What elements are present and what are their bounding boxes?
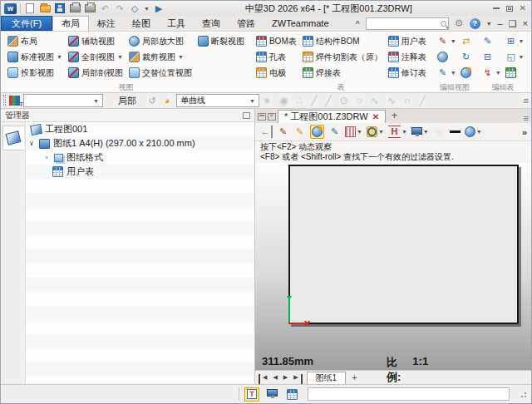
settings-gear-icon[interactable]: ⚙: [455, 18, 464, 28]
tab-list-icon[interactable]: ≡: [524, 113, 529, 123]
file-menu-button[interactable]: 文件(F): [1, 16, 52, 31]
auxiliary-view-button[interactable]: 辅助视图: [66, 33, 126, 49]
minimize-icon[interactable]: [493, 7, 500, 9]
projection-view-button[interactable]: 投影视图: [5, 65, 65, 81]
sheet-tab-1[interactable]: 图纸1: [307, 372, 347, 384]
table-format-button[interactable]: [504, 65, 526, 81]
qat-dropdown-icon[interactable]: ▼: [144, 6, 150, 12]
align-view-button[interactable]: ⇄: [459, 33, 474, 49]
collapse-chevron-icon[interactable]: ∨: [27, 140, 36, 147]
tab-close-icon[interactable]: ✕: [372, 112, 379, 121]
snap-segment-icon[interactable]: ╱: [325, 95, 331, 106]
collapse-ribbon-icon[interactable]: ^: [356, 19, 360, 27]
tab-drawing[interactable]: 绘图: [124, 16, 159, 31]
view-projection-globe-button[interactable]: [459, 65, 474, 81]
close-icon[interactable]: ✕: [520, 4, 526, 12]
snap-arc-icon[interactable]: ∩: [404, 95, 411, 106]
regen-local-icon[interactable]: ↺: [146, 95, 158, 106]
standard-view-button[interactable]: 标准视图▼: [5, 49, 65, 65]
tab-routing[interactable]: 管路: [229, 16, 264, 31]
insert-cell-button[interactable]: ⊟: [480, 49, 503, 65]
dropdown-icon[interactable]: ▼: [57, 54, 62, 60]
undo-button[interactable]: ↶: [99, 3, 111, 14]
prev-sheet-icon[interactable]: ◀: [270, 374, 279, 384]
dropdown-icon[interactable]: ▼: [178, 54, 184, 60]
command-search[interactable]: [366, 17, 449, 30]
mdi-restore-icon[interactable]: ❑: [509, 18, 517, 29]
dropdown-icon[interactable]: ▼: [401, 129, 407, 135]
hole-table-button[interactable]: 孔表: [254, 49, 299, 65]
next-sheet-icon[interactable]: ▶: [281, 374, 290, 384]
hatch-button[interactable]: H▼: [388, 126, 407, 138]
dropdown-icon[interactable]: ▼: [117, 54, 123, 60]
weld-table-button[interactable]: 焊接表: [300, 65, 385, 81]
shaded-view-button[interactable]: ▼: [465, 126, 482, 137]
panel-toggle[interactable]: [284, 387, 299, 402]
selection-filter-combo[interactable]: ▼: [23, 94, 103, 107]
command-search-input[interactable]: [368, 19, 441, 28]
mdi-close-icon[interactable]: ×: [523, 18, 528, 28]
filter-icon[interactable]: [9, 96, 20, 106]
line-width-icon[interactable]: [450, 131, 461, 133]
broken-view-button[interactable]: 断裂视图: [195, 33, 247, 49]
mdi-minimize-icon[interactable]: –: [498, 18, 503, 28]
new-file-button[interactable]: [24, 3, 36, 14]
tab-inquire[interactable]: 查询: [194, 16, 229, 31]
edit-view-attributes-button[interactable]: ✎▼: [436, 33, 458, 49]
tab-layout[interactable]: 布局: [52, 16, 89, 31]
full-section-button[interactable]: 全剖视图▼: [66, 49, 126, 65]
add-sheet-icon[interactable]: +: [347, 372, 362, 384]
redo-button[interactable]: ↷: [114, 3, 126, 14]
save-button[interactable]: [54, 3, 66, 14]
open-file-button[interactable]: [39, 3, 51, 14]
dropdown-icon[interactable]: ▼: [357, 129, 362, 135]
doc-close-all-icon[interactable]: [268, 113, 276, 121]
regen-button[interactable]: ◇: [129, 3, 140, 14]
last-sheet-icon[interactable]: ▶: [291, 374, 302, 384]
dropdown-icon[interactable]: ▼: [451, 70, 456, 76]
crop-view-button[interactable]: 裁剪视图▼: [126, 49, 195, 65]
dashed-circle-icon[interactable]: ◌: [433, 126, 446, 138]
split-table-button[interactable]: ↯▼: [480, 65, 503, 81]
plot-button[interactable]: [84, 3, 96, 14]
snap-run-icon[interactable]: ◉: [279, 95, 288, 106]
toolbar-more-icon[interactable]: »: [522, 127, 526, 137]
snap-circle-icon[interactable]: ○: [357, 95, 362, 106]
first-sheet-icon[interactable]: ◀: [259, 374, 269, 384]
document-tab[interactable]: * 工程图001.Z3DRW ✕: [278, 110, 386, 123]
snap-curve-icon[interactable]: ∿: [371, 95, 379, 106]
layout-button[interactable]: 布局: [5, 33, 65, 49]
resize-table-button[interactable]: ◱▼: [504, 49, 526, 65]
brush-icon[interactable]: ✎: [293, 126, 306, 138]
dropdown-icon[interactable]: ▼: [495, 70, 501, 76]
alternate-position-button[interactable]: 交替位置视图: [126, 65, 195, 81]
snap-tangent-icon[interactable]: ╱: [420, 95, 426, 106]
status-input[interactable]: [308, 387, 510, 401]
curve-type-combo[interactable]: 单曲线▼: [176, 94, 259, 107]
view-brush-button[interactable]: ✎▼: [436, 65, 458, 81]
doc-restore-icon[interactable]: [258, 113, 266, 121]
snap-points-icon[interactable]: ∴: [297, 95, 303, 106]
sheet-manager-tab[interactable]: [2, 126, 24, 150]
snap-all-icon[interactable]: ∗: [263, 95, 271, 106]
dropdown-icon[interactable]: ▼: [476, 129, 482, 135]
tab-zwteammate[interactable]: ZWTeammate: [264, 16, 337, 31]
help-icon[interactable]: ?: [470, 18, 480, 29]
toolbar-overflow-icon[interactable]: ≡: [524, 96, 529, 106]
select-cells-button[interactable]: ⊞▼: [504, 33, 526, 49]
print-button[interactable]: [69, 3, 81, 14]
manager-pin-icon[interactable]: [243, 112, 250, 119]
expand-chevron-icon[interactable]: ›: [42, 154, 51, 161]
drawing-sheet-paper[interactable]: ✕: [288, 165, 519, 324]
rotate-view-button[interactable]: ↻: [459, 49, 474, 65]
view-detail-button[interactable]: [436, 49, 458, 65]
play-button[interactable]: ▶: [153, 3, 165, 14]
dynamic-view-button-active[interactable]: [310, 125, 324, 139]
dropdown-icon[interactable]: ▼: [519, 38, 525, 44]
tree-item-sheet1[interactable]: ∨ 图纸1 A4(H) (297.00 x 210.00 mm): [26, 136, 254, 150]
structural-bom-button[interactable]: 结构件BOM: [300, 33, 385, 49]
bom-table-button[interactable]: BOM表: [254, 33, 299, 49]
dropdown-icon[interactable]: ▼: [519, 54, 525, 60]
exit-icon[interactable]: ←: [260, 126, 273, 138]
toolbar-drag-handle[interactable]: [3, 95, 6, 106]
